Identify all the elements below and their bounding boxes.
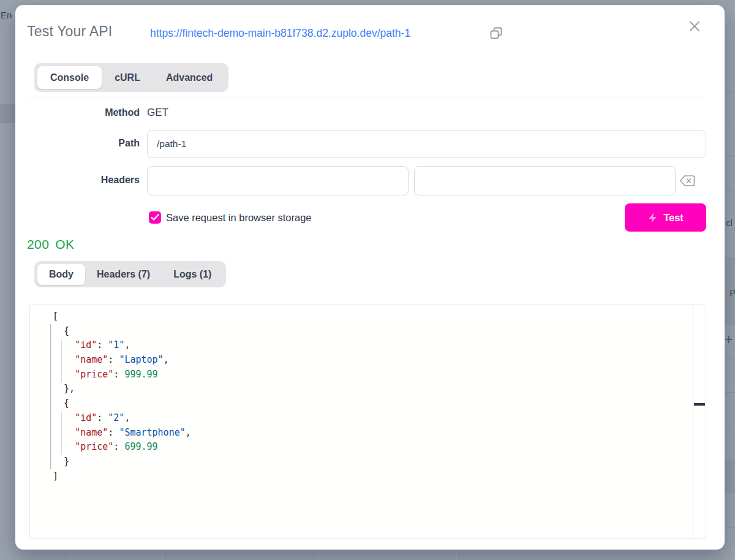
close-button[interactable]: [687, 17, 705, 36]
backdrop-column-divider: [70, 550, 71, 560]
indent-guide: [61, 411, 62, 455]
copy-icon: [489, 26, 503, 40]
backdrop-text-fragment: cl: [726, 218, 733, 228]
checkmark-icon: [151, 214, 159, 221]
section-divider: [27, 97, 707, 97]
test-button[interactable]: Test: [625, 203, 706, 232]
code-line: {: [53, 396, 693, 411]
indent-guide: [50, 324, 51, 469]
close-icon: [687, 18, 703, 34]
indent-guide: [61, 339, 62, 382]
tab-body[interactable]: Body: [37, 264, 85, 285]
save-checkbox-label[interactable]: Save request in browser storage: [166, 212, 312, 224]
code-line: "name": "Laptop",: [53, 353, 693, 368]
save-checkbox[interactable]: [149, 211, 161, 224]
tab-headers[interactable]: Headers (7): [85, 264, 162, 285]
code-line: ]: [53, 469, 693, 484]
api-url-link[interactable]: https://fintech-demo-main-b81f738.d2.zup…: [150, 27, 410, 40]
backdrop-column-divider: [162, 550, 163, 560]
tab-console[interactable]: Console: [37, 66, 102, 89]
editor-scrollbar[interactable]: [693, 305, 706, 538]
path-label: Path: [36, 138, 140, 149]
code-line: },: [53, 382, 693, 396]
response-tabs: Body Headers (7) Logs (1): [34, 261, 226, 287]
code-line: {: [53, 324, 693, 339]
scrollbar-marker: [694, 403, 705, 406]
status-code: 200: [27, 237, 49, 251]
code-line: "price": 699.99: [53, 440, 693, 455]
code-content: [ { "id": "1", "name": "Laptop", "price"…: [30, 305, 693, 538]
method-value: GET: [147, 107, 168, 119]
clear-headers-button[interactable]: [679, 172, 697, 190]
backdrop-plus-icon: +: [725, 331, 733, 348]
status-text: OK: [55, 237, 74, 251]
headers-label: Headers: [36, 175, 140, 186]
test-button-label: Test: [663, 212, 684, 224]
backdrop-column-divider: [318, 550, 319, 560]
lightning-bolt-icon: [647, 212, 658, 224]
response-status: 200OK: [27, 237, 74, 252]
request-tabs: Console cURL Advanced: [34, 63, 228, 92]
test-api-modal: Test Your API https://fintech-demo-main-…: [15, 5, 725, 550]
header-value-input[interactable]: [414, 166, 676, 195]
code-line: "price": 999.99: [53, 368, 693, 382]
backdrop-text-fragment: En: [1, 10, 12, 20]
copy-url-button[interactable]: [489, 26, 504, 40]
page-title: Test Your API: [27, 23, 112, 40]
backdrop-column-divider: [456, 550, 457, 560]
backdrop-row-band: [0, 104, 16, 123]
tab-curl[interactable]: cURL: [102, 66, 153, 89]
backspace-icon: [679, 174, 696, 187]
code-line: [: [53, 309, 693, 324]
response-body-panel: [ { "id": "1", "name": "Laptop", "price"…: [29, 305, 706, 539]
code-line: "id": "1",: [53, 338, 693, 353]
code-line: "name": "Smartphone",: [53, 426, 693, 441]
method-label: Method: [36, 107, 140, 118]
tab-advanced[interactable]: Advanced: [153, 66, 225, 89]
code-line: }: [53, 455, 693, 469]
tab-logs[interactable]: Logs (1): [162, 264, 223, 285]
path-input[interactable]: [147, 130, 706, 158]
code-line: "id": "2",: [53, 411, 693, 426]
header-name-input[interactable]: [147, 166, 409, 195]
backdrop-text-fragment: P: [729, 287, 735, 298]
